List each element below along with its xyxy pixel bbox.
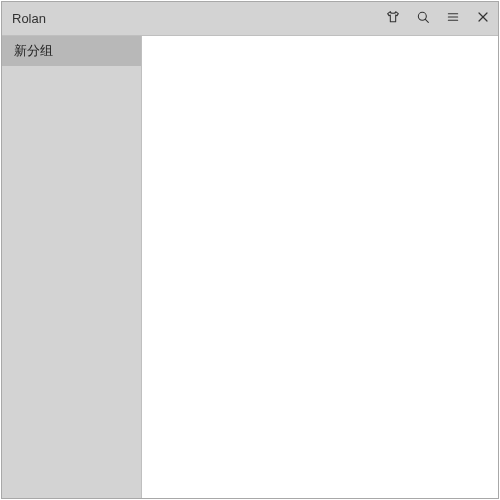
menu-button[interactable] (438, 2, 468, 36)
search-icon (415, 9, 431, 28)
shirt-icon (385, 9, 401, 28)
theme-button[interactable] (378, 2, 408, 36)
svg-line-1 (425, 19, 428, 22)
menu-icon (445, 9, 461, 28)
search-button[interactable] (408, 2, 438, 36)
content-area (142, 36, 498, 498)
titlebar: Rolan (2, 2, 498, 36)
app-window: Rolan 新分组 (1, 1, 499, 499)
sidebar: 新分组 (2, 36, 142, 498)
window-body: 新分组 (2, 36, 498, 498)
sidebar-item-group[interactable]: 新分组 (2, 36, 141, 66)
window-title: Rolan (2, 11, 46, 26)
close-button[interactable] (468, 2, 498, 36)
sidebar-item-label: 新分组 (14, 42, 53, 60)
close-icon (475, 9, 491, 28)
